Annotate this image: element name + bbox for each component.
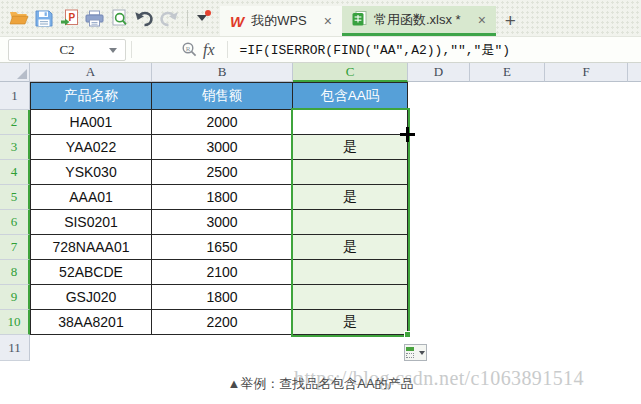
cell-C1[interactable]: 包含AA吗 (293, 82, 408, 110)
svg-text:R: R (186, 45, 191, 53)
cell-A8[interactable]: 52ABCDE (30, 260, 152, 285)
cell-B8[interactable]: 2100 (152, 260, 293, 285)
open-folder-icon[interactable] (7, 7, 31, 29)
print-icon[interactable] (82, 7, 106, 29)
sheet-row-1: 1产品名称销售额包含AA吗 (0, 82, 641, 110)
cell-A2[interactable]: HA001 (30, 110, 152, 135)
tab-label: 我的WPS (251, 12, 307, 30)
formula-bar-separator (131, 41, 132, 58)
tab-label: 常用函数.xlsx * (374, 11, 461, 29)
row-header-6[interactable]: 6 (0, 210, 30, 235)
cell-C3[interactable]: 是 (293, 135, 408, 160)
cell-A9[interactable]: GSJ020 (30, 285, 152, 310)
cell-A3[interactable]: YAA022 (30, 135, 152, 160)
toolbar-separator (187, 10, 188, 26)
sheet-row-6: 6SIS02013000 (0, 210, 641, 235)
column-header-B[interactable]: B (152, 63, 293, 82)
cell-C8[interactable] (293, 260, 408, 285)
wps-logo-icon: W (230, 14, 244, 29)
row-header-5[interactable]: 5 (0, 185, 30, 210)
cell-A10[interactable]: 38AA8201 (30, 310, 152, 335)
tab-changyonghanshu[interactable]: 常用函数.xlsx * × (342, 6, 496, 36)
name-box[interactable]: C2 (8, 39, 126, 61)
column-header-D[interactable]: D (408, 63, 470, 82)
close-tab-icon[interactable]: × (478, 13, 486, 27)
column-header-E[interactable]: E (470, 63, 545, 82)
select-all-corner[interactable] (0, 63, 30, 82)
row-header-7[interactable]: 7 (0, 235, 30, 260)
cell-B10[interactable]: 2200 (152, 310, 293, 335)
sheet-row-5: 5AAA011800是 (0, 185, 641, 210)
tab-my-wps[interactable]: W 我的WPS × (220, 6, 342, 36)
title-bar: P (0, 0, 641, 36)
cell-C6[interactable] (293, 210, 408, 235)
cell-C4[interactable] (293, 160, 408, 185)
column-header-A[interactable]: A (30, 63, 152, 82)
sheet-row-3: 3YAA0223000是 (0, 135, 641, 160)
row-header-1[interactable]: 1 (0, 82, 30, 110)
row-header-8[interactable]: 8 (0, 260, 30, 285)
cell-B4[interactable]: 2500 (152, 160, 293, 185)
row-header-11[interactable]: 11 (0, 335, 30, 361)
redo-icon[interactable] (157, 7, 181, 29)
close-tab-icon[interactable]: × (324, 14, 332, 28)
column-header-C[interactable]: C (293, 63, 408, 82)
cell-C10[interactable]: 是 (293, 310, 408, 335)
spreadsheet-file-icon (352, 11, 367, 29)
formula-input[interactable]: =IF(ISERROR(FIND(″AA″,A2)),″″,″是″) (233, 41, 641, 59)
formula-bar: C2 R fx =IF(ISERROR(FIND(″AA″,A2)),″″,″是… (0, 36, 641, 63)
chevron-down-icon[interactable] (109, 48, 117, 53)
autofill-options-button[interactable] (404, 344, 427, 361)
cell-A7[interactable]: 728NAAA01 (30, 235, 152, 260)
formula-bar-separator (227, 41, 228, 58)
row-header-4[interactable]: 4 (0, 160, 30, 185)
sheet-row-7: 7728NAAA011650是 (0, 235, 641, 260)
cell-C2[interactable] (293, 110, 408, 135)
column-header-F[interactable]: F (545, 63, 628, 82)
undo-icon[interactable] (132, 7, 156, 29)
document-tabs: W 我的WPS × 常用函数.xlsx * (220, 0, 525, 36)
cell-C7[interactable]: 是 (293, 235, 408, 260)
sheet-row-11: 11 (0, 335, 641, 361)
grid: ABCDEF1产品名称销售额包含AA吗2HA00120003YAA0223000… (0, 63, 641, 361)
cell-A6[interactable]: SIS0201 (30, 210, 152, 235)
autofill-icon (406, 347, 416, 358)
cell-A1[interactable]: 产品名称 (30, 82, 152, 110)
cell-B2[interactable]: 2000 (152, 110, 293, 135)
sheet-row-2: 2HA0012000 (0, 110, 641, 135)
cell-reference: C2 (59, 42, 74, 58)
new-tab-button[interactable]: + (496, 6, 525, 36)
sheet-row-10: 1038AA82012200是 (0, 310, 641, 335)
save-icon[interactable] (32, 7, 56, 29)
row-header-10[interactable]: 10 (0, 310, 30, 335)
cell-C5[interactable]: 是 (293, 185, 408, 210)
export-pdf-icon[interactable]: P (57, 7, 81, 29)
row-header-3[interactable]: 3 (0, 135, 30, 160)
sheet-row-4: 4YSK0302500 (0, 160, 641, 185)
wps-spreadsheet-window: P (0, 0, 641, 404)
cell-B3[interactable]: 3000 (152, 135, 293, 160)
cell-A4[interactable]: YSK030 (30, 160, 152, 185)
sheet-row-8: 852ABCDE2100 (0, 260, 641, 285)
quick-access-toolbar: P (0, 0, 214, 36)
cell-B6[interactable]: 3000 (152, 210, 293, 235)
cell-C9[interactable] (293, 285, 408, 310)
fill-handle[interactable] (404, 331, 411, 338)
cell-B1[interactable]: 销售额 (152, 82, 293, 110)
print-preview-icon[interactable] (107, 7, 131, 29)
chevron-down-icon (419, 351, 425, 355)
cell-A5[interactable]: AAA01 (30, 185, 152, 210)
cell-B5[interactable]: 1800 (152, 185, 293, 210)
search-icon[interactable]: R (181, 41, 198, 58)
row-header-9[interactable]: 9 (0, 285, 30, 310)
row-header-2[interactable]: 2 (0, 110, 30, 135)
caption: ▲举例：查找品名包含AA的产品 (0, 375, 641, 393)
svg-text:P: P (68, 12, 75, 23)
cell-B9[interactable]: 1800 (152, 285, 293, 310)
sheet-row-9: 9GSJ0201800 (0, 285, 641, 310)
customize-toolbar-icon[interactable] (194, 10, 210, 26)
cell-B7[interactable]: 1650 (152, 235, 293, 260)
insert-function-icon[interactable]: fx (203, 41, 215, 59)
column-header-filler (628, 63, 641, 82)
